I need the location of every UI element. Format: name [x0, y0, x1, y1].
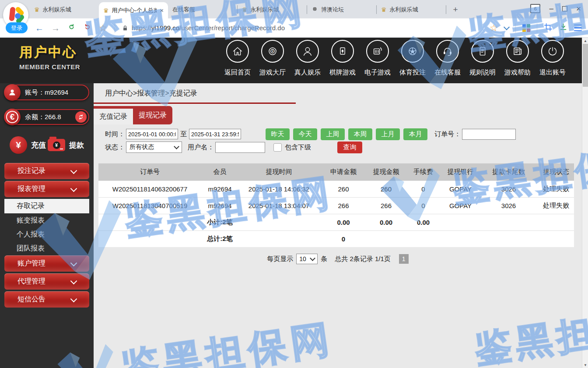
logo-subtitle: MEMBER CENTER — [19, 63, 80, 71]
browser-tab[interactable]: ♛永利娱乐城 — [238, 1, 307, 18]
time-to-input[interactable] — [189, 129, 241, 139]
time-from-input[interactable] — [126, 129, 178, 139]
topnav-item-help[interactable]: 游戏帮助 — [500, 40, 535, 77]
total-row: 总计:2笔0 — [98, 231, 574, 248]
tab-title: 永利娱乐城 — [390, 6, 441, 14]
sidebar-menu-item[interactable]: 短信公告 — [4, 291, 89, 308]
sidebar-submenu-item[interactable]: 团队报表 — [0, 241, 94, 255]
logo-title: 用户中心 — [19, 43, 80, 61]
new-tab-button[interactable]: + — [450, 4, 461, 15]
quick-range-button[interactable]: 本月 — [403, 128, 427, 140]
close-button[interactable]: × — [576, 4, 581, 13]
tab-deposit-records[interactable]: 充值记录 — [94, 109, 133, 124]
table-cell — [238, 231, 319, 248]
crown-favicon-icon: ♛ — [242, 7, 248, 13]
username-input[interactable] — [215, 142, 265, 153]
quick-range-button[interactable]: 上周 — [321, 128, 345, 140]
screenshot-crop-icon[interactable] — [544, 23, 553, 33]
chevron-down-icon[interactable] — [504, 24, 510, 30]
table-cell: 处理失败 — [538, 198, 574, 214]
cards-icon — [331, 40, 354, 63]
undo-button[interactable] — [83, 23, 91, 33]
member-center-logo: 用户中心 MEMBER CENTER — [19, 43, 80, 71]
sidebar-menu-item[interactable]: 报表管理 — [4, 181, 89, 197]
topnav-item-rules[interactable]: 规则说明 — [465, 40, 500, 77]
login-button[interactable]: 登录 — [6, 22, 28, 33]
search-button[interactable]: 查询 — [337, 142, 362, 153]
sidebar-submenu-item[interactable]: 个人报表 — [0, 227, 94, 241]
download-icon[interactable] — [559, 23, 567, 33]
url-path: /userCenter/report/chargeRecord.do — [179, 24, 285, 32]
browser-tab[interactable]: 博澳论坛 — [307, 1, 376, 18]
tab-title: 在线客服 — [172, 6, 233, 14]
withdraw-button[interactable]: ¥ 提款 — [48, 139, 84, 151]
table-header-cell: 提现金额 — [368, 163, 405, 181]
quick-range-button[interactable]: 本周 — [348, 128, 372, 140]
scrollbar[interactable]: ▲ ▼ — [582, 38, 588, 368]
tab-close-icon[interactable]: × — [160, 7, 164, 14]
table-cell: 266 — [368, 198, 405, 214]
include-sub-checkbox[interactable] — [273, 143, 282, 152]
records-table: 订单号会员提现时间申请金额提现金额手续费提现银行提款卡尾数提现状态W202501… — [98, 163, 574, 247]
scroll-down-icon[interactable]: ▼ — [582, 362, 588, 368]
sidebar-submenu-item[interactable]: 账变报表 — [0, 213, 94, 227]
tab-count-badge[interactable]: 6 — [530, 4, 540, 13]
status-select[interactable]: 所有状态 — [126, 142, 182, 153]
table-cell: 0 — [319, 231, 368, 248]
topnav-item-sports[interactable]: 体育投注 — [395, 40, 430, 77]
topnav-item-live[interactable]: 真人娱乐 — [290, 40, 325, 77]
page-1-button[interactable]: 1 — [399, 254, 409, 264]
lock-icon — [122, 25, 128, 32]
sidebar-menu-item[interactable]: 代理管理 — [4, 273, 89, 290]
table-header-cell: 手续费 — [405, 163, 442, 181]
back-button[interactable]: ← — [35, 24, 44, 32]
table-cell — [98, 231, 201, 248]
divider — [515, 23, 516, 33]
sidebar-submenu-item-active[interactable]: 存取记录 — [4, 199, 89, 213]
tab-strip: ♛永利娱乐城♛用户中心-个人总览×在线客服♛永利娱乐城博澳论坛♛永利娱乐城+ — [30, 0, 463, 18]
topnav-item-service[interactable]: 在线客服 — [430, 40, 465, 77]
topnav-item-power[interactable]: 退出账号 — [535, 40, 570, 77]
address-bar-actions: ☆ — [490, 23, 582, 33]
quick-range-button[interactable]: 今天 — [293, 128, 317, 140]
status-label: 状态： — [105, 143, 125, 152]
rules-icon — [471, 40, 494, 63]
table-cell: 总计:2笔 — [201, 231, 238, 248]
favorite-star-icon[interactable]: ☆ — [490, 23, 498, 33]
scrollbar-thumb[interactable] — [583, 44, 588, 87]
table-cell: 3026 — [479, 198, 538, 214]
browser-tab[interactable]: ♛用户中心-个人总览× — [99, 2, 168, 18]
deposit-button[interactable]: ¥ 充值 — [10, 136, 46, 154]
table-cell — [405, 231, 442, 248]
tab-withdraw-records[interactable]: 提现记录 — [133, 106, 172, 124]
bookmark-star-icon[interactable]: ☆ — [99, 23, 107, 33]
quick-range-button[interactable]: 昨天 — [266, 128, 290, 140]
table-cell — [538, 231, 574, 248]
browser-tab[interactable]: 在线客服 — [168, 1, 237, 18]
to-label: 至 — [180, 130, 187, 138]
topnav-item-cards[interactable]: 棋牌游戏 — [325, 40, 360, 77]
minimize-button[interactable]: – — [549, 5, 553, 12]
browser-tab[interactable]: ♛永利娱乐城 — [30, 1, 99, 18]
scroll-up-icon[interactable]: ▲ — [582, 38, 588, 44]
per-page-select[interactable]: 10 — [296, 254, 318, 264]
refresh-button[interactable] — [67, 23, 76, 33]
menu-hamburger-icon[interactable] — [574, 25, 582, 32]
url-box[interactable]: https://yl1999.co/userCenter/report/char… — [122, 24, 490, 32]
table-row: W2025011813040700519m926942025-01-18 13:… — [98, 198, 574, 214]
order-no-input[interactable] — [462, 129, 516, 140]
apps-grid-icon[interactable] — [522, 24, 530, 32]
table-header-cell: 提现时间 — [238, 163, 319, 181]
browser-tab[interactable]: ♛永利娱乐城 — [377, 1, 446, 18]
sidebar-menu-item[interactable]: 账户管理 — [4, 255, 89, 272]
topnav-item-slot[interactable]: 电子游戏 — [360, 40, 395, 77]
sidebar-menu-item[interactable]: 投注记录 — [4, 163, 89, 179]
table-cell: 小计:2笔 — [201, 214, 238, 231]
quick-range-button[interactable]: 上月 — [376, 128, 400, 140]
topnav-item-home[interactable]: 返回首页 — [220, 40, 255, 77]
refresh-balance-icon[interactable] — [75, 111, 87, 123]
forward-button[interactable]: → — [51, 24, 60, 32]
table-header-cell: 会员 — [201, 163, 238, 181]
topnav-item-hall[interactable]: 8游戏大厅 — [255, 40, 290, 77]
maximize-button[interactable] — [562, 6, 567, 11]
